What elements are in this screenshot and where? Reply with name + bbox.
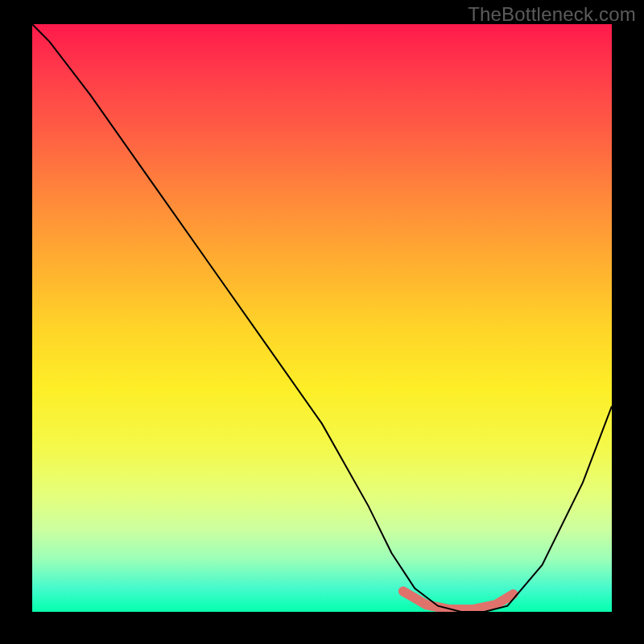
chart-container: TheBottleneck.com	[0, 0, 644, 644]
watermark-label: TheBottleneck.com	[468, 3, 636, 26]
chart-svg	[32, 24, 612, 612]
bottleneck-curve	[32, 24, 612, 612]
plot-area	[32, 24, 612, 612]
optimal-range-highlight	[403, 592, 514, 610]
